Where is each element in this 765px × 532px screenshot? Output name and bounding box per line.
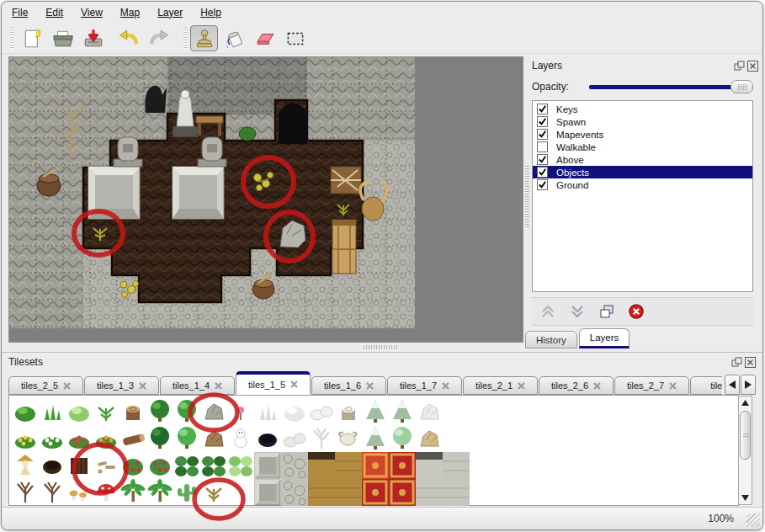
tile-tileG[interactable] — [443, 479, 470, 506]
tile-berry[interactable] — [150, 459, 170, 476]
map-canvas[interactable] — [8, 56, 523, 343]
dock-tab-layers[interactable]: Layers — [579, 328, 630, 348]
layer-row-keys[interactable]: Keys — [533, 103, 752, 115]
menu-layer[interactable]: Layer — [157, 7, 183, 19]
tile-bushG[interactable] — [15, 407, 35, 422]
tile-vegD[interactable] — [202, 456, 226, 476]
open-button[interactable] — [49, 25, 77, 51]
layer-checkbox-objects[interactable] — [537, 167, 548, 178]
eraser-tool-button[interactable] — [251, 25, 279, 51]
tile-carpR2[interactable] — [389, 479, 416, 506]
layer-checkbox-spawn[interactable] — [537, 116, 548, 127]
float-panel-icon[interactable] — [734, 61, 745, 72]
menu-edit[interactable]: Edit — [45, 7, 63, 19]
layer-checkbox-above[interactable] — [537, 154, 548, 165]
tile-mushS[interactable] — [70, 491, 88, 502]
dock-tab-history[interactable]: History — [525, 331, 577, 348]
tile-bushS[interactable] — [284, 407, 305, 422]
tile-pineS[interactable] — [366, 427, 385, 450]
tile-holeB[interactable] — [43, 460, 61, 474]
close-tab-icon[interactable] — [139, 382, 146, 390]
tileset-tab-tiles_1_4[interactable]: tiles_1_4 — [160, 376, 235, 395]
tile-floorS[interactable] — [281, 479, 308, 506]
tile-tileG[interactable] — [443, 452, 470, 479]
tile-snowman[interactable] — [235, 429, 247, 448]
tile-treeD[interactable] — [151, 427, 169, 449]
tile-flwW[interactable] — [42, 436, 62, 449]
close-panel-icon[interactable] — [745, 357, 756, 368]
tile-tileG[interactable] — [416, 479, 443, 506]
scrollbar-thumb[interactable] — [740, 411, 751, 460]
tile-bushD[interactable] — [206, 488, 221, 502]
layer-row-spawn[interactable]: Spawn — [533, 115, 752, 128]
tile-lumpS[interactable] — [311, 407, 332, 420]
tileset-tab-tiles_2_1[interactable]: tiles_2_1 — [463, 376, 538, 395]
tile-treeG[interactable] — [151, 400, 169, 422]
tileset-tab-tiles_1_5[interactable]: tiles_1_5 — [236, 371, 311, 395]
new-file-button[interactable] — [19, 25, 46, 51]
tile-wood[interactable] — [335, 479, 362, 506]
tileset-tab-tiles_1_7[interactable]: tiles_1_7 — [387, 376, 462, 395]
tile-mushR[interactable] — [98, 484, 114, 501]
tile-rockS[interactable] — [421, 404, 438, 419]
close-tab-icon[interactable] — [290, 380, 298, 388]
layer-checkbox-keys[interactable] — [537, 104, 548, 114]
tile-wood[interactable] — [335, 452, 362, 479]
tile-flwO[interactable] — [96, 436, 116, 449]
tileset-tab-tiles[interactable]: tiles_ — [690, 376, 722, 395]
tile-stump[interactable] — [126, 406, 140, 420]
tile-treeM[interactable] — [393, 427, 412, 449]
scroll-tabs-left-button[interactable] — [725, 375, 740, 395]
opacity-slider[interactable] — [589, 80, 753, 93]
scroll-up-button[interactable] — [739, 396, 752, 409]
float-panel-icon[interactable] — [731, 357, 742, 368]
tile-woodH[interactable] — [308, 452, 335, 479]
tile-palm[interactable] — [146, 479, 173, 502]
menu-file[interactable]: File — [12, 7, 28, 19]
vertical-splitter[interactable] — [525, 166, 529, 229]
close-tab-icon[interactable] — [442, 382, 449, 390]
tile-plantG[interactable] — [98, 407, 114, 421]
tile-vegL[interactable] — [229, 456, 252, 476]
tile-skull[interactable] — [339, 433, 356, 445]
layer-row-objects[interactable]: Objects — [533, 166, 752, 178]
delete-layer-button[interactable] — [627, 302, 645, 321]
tile-carpR2[interactable] — [362, 479, 389, 506]
tile-cactus[interactable] — [178, 484, 196, 502]
opacity-slider-handle[interactable] — [730, 80, 753, 93]
tile-carpR[interactable] — [389, 452, 416, 479]
tile-sticks[interactable] — [98, 461, 115, 474]
toolbar-grip[interactable] — [183, 27, 188, 50]
redo-button[interactable] — [145, 25, 173, 51]
tile-log[interactable] — [122, 434, 145, 446]
tile-bushL[interactable] — [69, 407, 89, 422]
fill-tool-button[interactable] — [220, 25, 248, 51]
tile-palm[interactable] — [120, 479, 146, 502]
tile-vegD[interactable] — [175, 456, 199, 476]
close-tab-icon[interactable] — [593, 382, 601, 390]
tile-tileH[interactable] — [416, 452, 443, 479]
tileset-tab-tiles_2_5[interactable]: tiles_2_5 — [8, 376, 83, 395]
close-tab-icon[interactable] — [63, 382, 71, 390]
tile-carpG[interactable] — [362, 452, 389, 479]
resize-grip[interactable] — [746, 513, 760, 527]
tile-rockT[interactable] — [421, 431, 438, 446]
tile-treeG2[interactable] — [178, 400, 196, 422]
tile-crate[interactable] — [255, 480, 280, 505]
toolbar-grip[interactable] — [10, 27, 14, 50]
tileset-tab-tiles_2_7[interactable]: tiles_2_7 — [614, 376, 689, 395]
undo-button[interactable] — [114, 25, 142, 51]
tile-pineS[interactable] — [393, 400, 412, 423]
scroll-tabs-right-button[interactable] — [741, 375, 756, 395]
tile-grassG[interactable] — [45, 405, 61, 420]
scroll-down-button[interactable] — [739, 492, 752, 504]
tile-wood[interactable] — [308, 479, 335, 506]
lower-layer-button[interactable] — [568, 302, 587, 321]
layer-row-walkable[interactable]: Walkable — [533, 141, 752, 153]
layer-checkbox-ground[interactable] — [537, 179, 548, 190]
close-panel-icon[interactable] — [747, 61, 758, 72]
raise-layer-button[interactable] — [539, 302, 557, 321]
menu-help[interactable]: Help — [200, 7, 221, 19]
tileset-palette[interactable] — [8, 395, 739, 506]
select-tool-button[interactable] — [281, 25, 309, 51]
